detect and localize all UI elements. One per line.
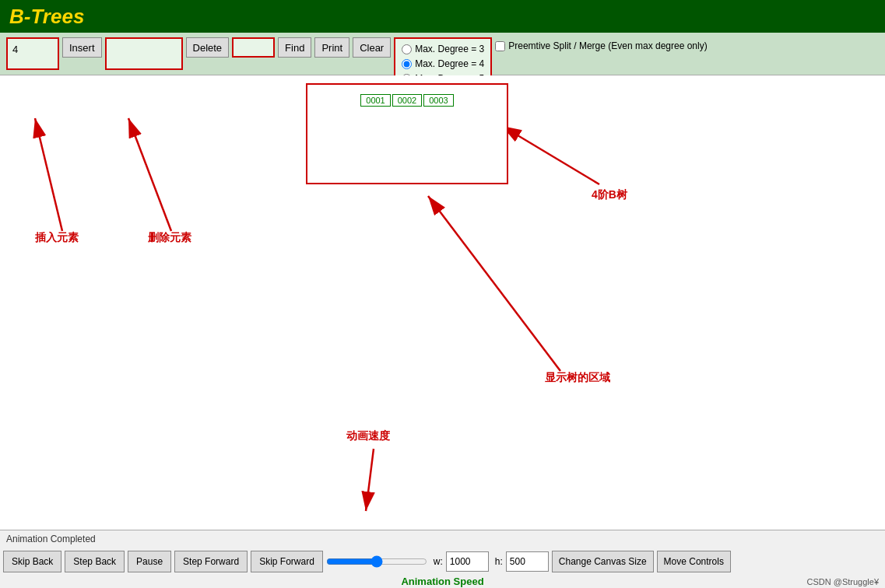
svg-line-1 bbox=[35, 118, 62, 231]
animation-speed-label: Animation Speed bbox=[0, 576, 885, 588]
skip-back-button[interactable]: Skip Back bbox=[3, 551, 61, 572]
tree-node-0001: 0001 bbox=[360, 94, 390, 107]
preemtive-option[interactable]: Preemtive Split / Merge (Even max degree… bbox=[495, 40, 707, 51]
step-forward-button[interactable]: Step Forward bbox=[174, 551, 248, 572]
csdn-credit: CSDN @Struggle¥ bbox=[807, 577, 879, 586]
degree-annotation: 4阶B树 bbox=[592, 188, 627, 202]
delete-box bbox=[105, 37, 183, 70]
delete-annotation: 删除元素 bbox=[148, 231, 191, 245]
preemtive-checkbox[interactable] bbox=[495, 41, 505, 51]
skip-forward-button[interactable]: Skip Forward bbox=[251, 551, 323, 572]
delete-input[interactable] bbox=[108, 40, 180, 58]
controls-bar: Skip Back Step Back Pause Step Forward S… bbox=[0, 548, 885, 576]
bottom-bar: Animation Completed Skip Back Step Back … bbox=[0, 530, 885, 588]
insert-input[interactable] bbox=[9, 40, 56, 58]
svg-line-4 bbox=[428, 196, 560, 371]
pause-button[interactable]: Pause bbox=[128, 551, 171, 572]
status-text: Animation Completed bbox=[6, 534, 96, 544]
change-canvas-button[interactable]: Change Canvas Size bbox=[552, 551, 654, 572]
tree-root-row: 0001 0002 0003 bbox=[307, 94, 507, 107]
degree-3-radio[interactable] bbox=[402, 44, 412, 54]
speed-slider[interactable] bbox=[326, 554, 427, 569]
delete-button[interactable]: Delete bbox=[186, 37, 230, 58]
degree-3-option[interactable]: Max. Degree = 3 bbox=[402, 42, 484, 57]
degree-4-radio[interactable] bbox=[402, 59, 412, 69]
print-button[interactable]: Print bbox=[314, 37, 349, 58]
w-label: w: bbox=[434, 556, 443, 567]
preemtive-text: Preemtive Split / Merge (Even max degree… bbox=[508, 40, 707, 51]
height-input[interactable] bbox=[506, 551, 549, 572]
svg-line-5 bbox=[366, 449, 374, 511]
status-bar: Animation Completed bbox=[0, 530, 885, 548]
main-area: 插入元素 删除元素 4阶B树 显示树的区域 动画速度 0001 0002 000… bbox=[0, 75, 885, 530]
clear-button[interactable]: Clear bbox=[353, 37, 391, 58]
svg-line-3 bbox=[502, 126, 599, 184]
tree-node-0003: 0003 bbox=[423, 94, 453, 107]
move-controls-button[interactable]: Move Controls bbox=[657, 551, 731, 572]
find-button[interactable]: Find bbox=[278, 37, 311, 58]
tree-canvas: 0001 0002 0003 bbox=[306, 83, 508, 184]
header: B-Trees bbox=[0, 0, 885, 33]
display-area-annotation: 显示树的区域 bbox=[545, 371, 610, 385]
degree-4-label: Max. Degree = 4 bbox=[415, 57, 484, 72]
app-title: B-Trees bbox=[9, 5, 84, 29]
h-label: h: bbox=[495, 556, 503, 567]
degree-4-option[interactable]: Max. Degree = 4 bbox=[402, 57, 484, 72]
animation-speed-annotation: 动画速度 bbox=[346, 429, 390, 443]
step-back-button[interactable]: Step Back bbox=[65, 551, 125, 572]
width-input[interactable] bbox=[446, 551, 489, 572]
insert-annotation: 插入元素 bbox=[35, 231, 79, 245]
svg-line-2 bbox=[128, 118, 171, 231]
degree-3-label: Max. Degree = 3 bbox=[415, 42, 484, 57]
insert-box bbox=[6, 37, 59, 70]
insert-button[interactable]: Insert bbox=[62, 37, 102, 58]
toolbar: Insert Delete Find Print Clear Max. Degr… bbox=[0, 33, 885, 75]
tree-node-0002: 0002 bbox=[392, 94, 422, 107]
find-input[interactable] bbox=[232, 37, 275, 58]
